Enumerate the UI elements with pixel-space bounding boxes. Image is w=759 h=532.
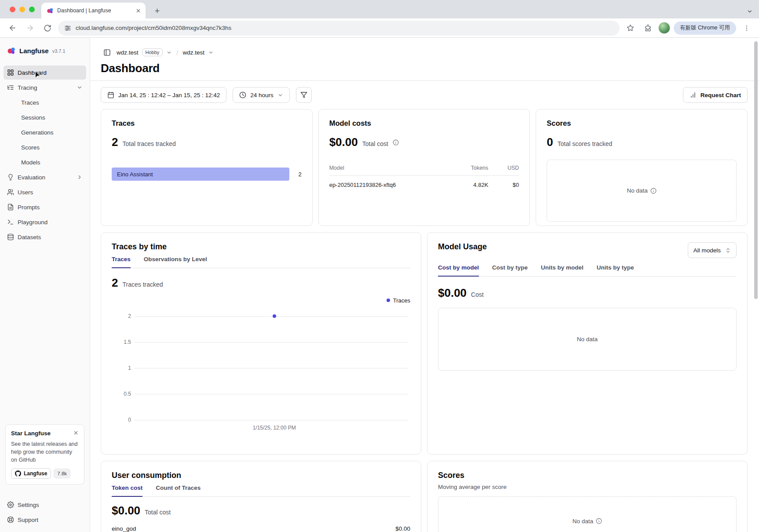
window-zoom-button[interactable] (29, 7, 35, 12)
tab-units-by-model[interactable]: Units by model (541, 264, 584, 276)
new-tab-button[interactable] (151, 5, 163, 16)
tab-cost-by-model[interactable]: Cost by model (438, 264, 479, 276)
url-bar[interactable]: cloud.langfuse.com/project/cm50idm0208mx… (58, 21, 620, 36)
traces-tracked-value: 2 (112, 276, 118, 290)
sidebar-item-evaluation[interactable]: Evaluation (4, 170, 86, 184)
sidebar-item-label: Prompts (18, 204, 40, 211)
main-content: wdz.test Hobby / wdz.test Dashboard (90, 38, 759, 532)
legend-dot-icon (387, 299, 390, 302)
info-icon[interactable] (393, 139, 399, 146)
chevron-right-icon[interactable] (77, 174, 83, 180)
sidebar-item-label: Dashboard (18, 69, 47, 76)
sidebar-item-label: Support (18, 517, 38, 523)
all-models-select[interactable]: All models (688, 242, 737, 258)
window-minimize-button[interactable] (19, 7, 25, 12)
sidebar-item-playground[interactable]: Playground (4, 215, 86, 229)
tab-close-icon[interactable] (135, 8, 141, 14)
browser-menu-icon[interactable] (740, 21, 754, 35)
database-icon (7, 233, 14, 240)
github-button-label: Langfuse (24, 470, 47, 477)
star-langfuse-card: Star Langfuse See the latest releases an… (5, 424, 84, 485)
list-item[interactable]: eino_god $0.00 (112, 525, 410, 532)
bookmark-star-icon[interactable] (623, 21, 637, 35)
card-title: Model Usage (438, 242, 487, 251)
user-consumption-card: User consumption Token cost Count of Tra… (101, 461, 421, 532)
card-title: Traces by time (112, 242, 410, 251)
table-header-row: Model Tokens USD (329, 165, 519, 176)
project-switcher-chevron-icon[interactable] (208, 50, 214, 55)
filter-button[interactable] (296, 87, 312, 103)
time-window-select[interactable]: 24 hours (233, 87, 290, 103)
site-settings-icon[interactable] (64, 25, 71, 32)
sidebar-item-label: Evaluation (18, 174, 45, 181)
browser-tab[interactable]: Dashboard | Langfuse (41, 3, 146, 18)
sidebar-item-label: Models (21, 159, 40, 166)
traces-scatter-chart: 2 1.5 1 0.5 0 1/15/25, 12:00 PM (135, 316, 409, 420)
tracing-tree-icon (7, 84, 14, 91)
model-costs-table: Model Tokens USD ep-20250112193826-xftq6… (329, 165, 519, 194)
chart-legend: Traces (112, 296, 410, 305)
sidebar-brand[interactable]: Langfuse v3.7.1 (0, 38, 90, 60)
sidebar-item-generations[interactable]: Generations (4, 125, 86, 139)
calendar-icon (107, 91, 114, 98)
table-row[interactable]: ep-20250112193826-xftq6 4.82K $0 (329, 176, 519, 194)
sidebar-item-tracing[interactable]: Tracing (4, 80, 86, 95)
scores-empty-state: No data (547, 160, 737, 222)
back-icon[interactable] (5, 21, 19, 35)
date-range-picker[interactable]: Jan 14, 25 : 12:42 – Jan 15, 25 : 12:42 (101, 87, 226, 103)
data-point[interactable] (273, 314, 276, 318)
sidebar-item-dashboard[interactable]: Dashboard (4, 66, 86, 80)
sidebar-item-label: Playground (18, 219, 47, 226)
sidebar-item-label: Scores (21, 144, 40, 151)
forward-icon[interactable] (23, 21, 37, 35)
traces-total-value: 2 (112, 135, 118, 149)
breadcrumb-org[interactable]: wdz.test (117, 49, 139, 56)
col-tokens: Tokens (446, 165, 488, 171)
close-icon[interactable] (73, 430, 79, 436)
scores-empty-state: No data (438, 496, 737, 532)
sidebar-item-scores[interactable]: Scores (4, 140, 86, 154)
sidebar-toggle-button[interactable] (101, 46, 113, 58)
scrollbar[interactable] (754, 41, 758, 299)
trace-name-bar[interactable]: Eino Assistant (112, 168, 289, 181)
scores-total-value: 0 (547, 135, 553, 149)
sidebar-item-sessions[interactable]: Sessions (4, 110, 86, 124)
tab-token-cost[interactable]: Token cost (112, 485, 142, 496)
chevron-down-icon[interactable] (77, 84, 83, 91)
user-cost-value: $0.00 (395, 525, 410, 532)
date-range-label: Jan 14, 25 : 12:42 – Jan 15, 25 : 12:42 (118, 92, 220, 98)
card-title: Traces (112, 119, 302, 128)
life-buoy-icon (7, 516, 14, 523)
tab-traces[interactable]: Traces (112, 256, 131, 268)
breadcrumb-project[interactable]: wdz.test (183, 49, 205, 56)
gridline (135, 368, 409, 368)
tab-units-by-type[interactable]: Units by type (597, 264, 634, 276)
tab-observations-by-level[interactable]: Observations by Level (144, 256, 207, 268)
sidebar-item-datasets[interactable]: Datasets (4, 230, 86, 244)
gridline (135, 420, 409, 420)
trace-bar-value: 2 (289, 171, 302, 178)
extensions-puzzle-icon[interactable] (641, 21, 655, 35)
window-close-button[interactable] (10, 7, 15, 12)
tab-count-of-traces[interactable]: Count of Traces (156, 485, 201, 496)
gridline (135, 394, 409, 394)
chrome-update-button[interactable]: 有新版 Chrome 可用 (674, 22, 736, 35)
sidebar-item-models[interactable]: Models (4, 155, 86, 169)
browser-window: Dashboard | Langfuse cloud.langfuse.com/… (0, 0, 759, 532)
sidebar-item-settings[interactable]: Settings (4, 498, 86, 512)
org-switcher-chevron-icon[interactable] (166, 50, 172, 55)
profile-avatar[interactable] (658, 22, 670, 34)
y-tick-label: 1.5 (112, 339, 131, 345)
sidebar-item-users[interactable]: Users (4, 185, 86, 199)
info-icon (596, 518, 602, 524)
reload-icon[interactable] (40, 21, 55, 35)
request-chart-button[interactable]: Request Chart (683, 87, 748, 103)
no-data-label: No data (577, 336, 598, 343)
sidebar-item-prompts[interactable]: Prompts (4, 200, 86, 214)
github-star-button[interactable]: Langfuse (11, 468, 51, 479)
tab-cost-by-type[interactable]: Cost by type (492, 264, 528, 276)
sidebar-item-support[interactable]: Support (4, 513, 86, 527)
tab-search-icon[interactable] (747, 8, 753, 15)
y-tick-label: 0.5 (112, 391, 131, 397)
sidebar-item-traces[interactable]: Traces (4, 95, 86, 109)
